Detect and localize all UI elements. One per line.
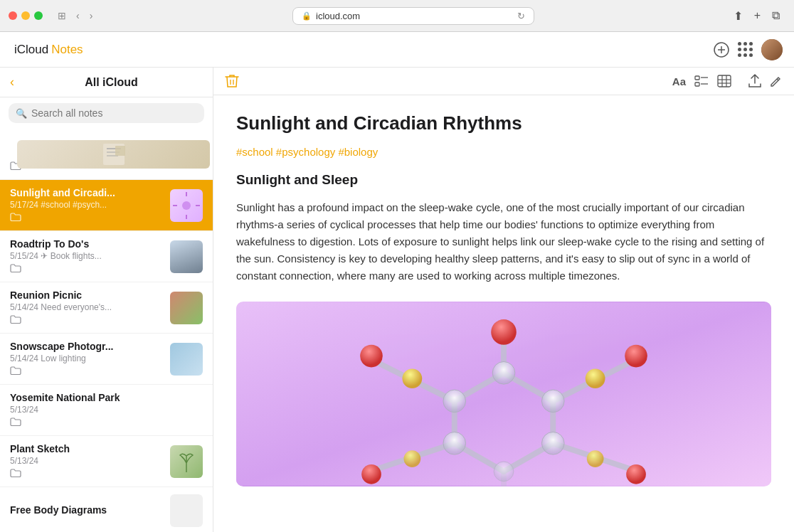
lock-icon: 🔒 — [302, 11, 312, 21]
folder-icon — [10, 212, 163, 223]
close-button[interactable] — [9, 11, 17, 20]
note-thumbnail — [17, 140, 210, 169]
text-format-icon: Aa — [672, 75, 686, 87]
address-bar[interactable]: 🔒 icloud.com ↻ — [292, 7, 534, 25]
delete-note-button[interactable] — [225, 73, 239, 89]
note-item[interactable]: The Evolution of Mas... 5/17/24 — [0, 129, 213, 180]
table-icon — [717, 75, 731, 87]
note-tags: #school #psychology #biology — [236, 146, 771, 158]
note-text-content: Plant Sketch 5/13/24 — [10, 443, 163, 479]
minimize-button[interactable] — [21, 11, 30, 20]
note-title: Reunion Picnic — [10, 289, 163, 301]
svg-point-45 — [541, 432, 564, 454]
note-meta: 5/13/24 — [10, 405, 203, 415]
svg-rect-15 — [695, 76, 699, 80]
svg-point-44 — [494, 462, 514, 482]
browser-navigation: ⊞ ‹ › — [54, 9, 96, 23]
note-item[interactable]: Sunlight and Circadi... 5/17/24 #school … — [0, 180, 213, 231]
table-button[interactable] — [717, 74, 731, 88]
note-meta: 5/14/24 Low lighting — [10, 353, 163, 363]
note-title: Snowscape Photogr... — [10, 341, 163, 352]
forward-button[interactable]: › — [86, 9, 97, 23]
plus-circle-icon — [714, 42, 729, 58]
note-item[interactable]: Yosemite National Park 5/13/24 — [0, 385, 213, 436]
checklist-button[interactable] — [694, 74, 709, 88]
grid-icon — [738, 42, 753, 57]
folder-icon — [10, 366, 163, 377]
note-title: Free Body Diagrams — [10, 504, 163, 516]
tabs-overview-button[interactable]: ⧉ — [769, 8, 783, 24]
svg-point-8 — [182, 201, 191, 210]
search-icon: 🔍 — [16, 108, 27, 119]
share-browser-button[interactable]: ⬆ — [731, 8, 746, 24]
note-item[interactable]: Free Body Diagrams — [0, 487, 213, 532]
browser-chrome: ⊞ ‹ › 🔒 icloud.com ↻ ⬆ + ⧉ — [0, 0, 794, 32]
browser-titlebar: ⊞ ‹ › 🔒 icloud.com ↻ ⬆ + ⧉ — [0, 0, 794, 31]
svg-point-48 — [360, 345, 383, 368]
note-title: Sunlight and Circadi... — [10, 187, 163, 198]
note-title: Roadtrip To Do's — [10, 238, 163, 250]
sidebar-toggle-button[interactable]: ⊞ — [54, 9, 70, 23]
note-thumbnail — [170, 445, 203, 478]
note-meta: 5/14/24 Need everyone's... — [10, 302, 163, 312]
main-content: ‹ All iCloud 🔍 The Evolution of Mas... 5… — [0, 68, 794, 532]
sidebar-title: All iCloud — [20, 76, 203, 89]
back-button[interactable]: ‹ — [73, 9, 83, 23]
add-note-button[interactable] — [714, 42, 729, 58]
share-note-button[interactable] — [748, 74, 761, 88]
toolbar-right: Aa — [672, 74, 783, 88]
maximize-button[interactable] — [34, 11, 43, 20]
url-text: icloud.com — [316, 11, 360, 21]
svg-point-46 — [541, 390, 564, 413]
svg-point-41 — [492, 361, 515, 384]
icloud-logo: iCloud Notes — [11, 43, 83, 57]
refresh-icon[interactable]: ↻ — [517, 11, 525, 21]
edit-note-button[interactable] — [770, 74, 783, 88]
svg-point-55 — [403, 450, 420, 467]
grid-apps-button[interactable] — [738, 42, 753, 57]
search-input[interactable] — [31, 107, 197, 119]
note-text-content: Roadtrip To Do's 5/15/24 ✈ Book flights.… — [10, 238, 163, 275]
note-thumbnail — [170, 292, 203, 324]
notes-list: The Evolution of Mas... 5/17/24 Sunlight… — [0, 129, 213, 532]
svg-rect-7 — [115, 146, 125, 156]
folder-icon — [10, 263, 163, 275]
note-thumbnail — [170, 240, 203, 273]
note-full-title: Sunlight and Circadian Rhythms — [236, 112, 771, 134]
note-item[interactable]: Roadtrip To Do's 5/15/24 ✈ Book flights.… — [0, 231, 213, 282]
note-text-content: Free Body Diagrams — [10, 504, 163, 517]
svg-point-47 — [491, 319, 517, 345]
svg-rect-19 — [718, 75, 731, 87]
note-editor: Aa — [213, 68, 794, 532]
editor-toolbar: Aa — [213, 68, 794, 95]
note-item[interactable]: Plant Sketch 5/13/24 — [0, 436, 213, 487]
svg-point-43 — [443, 432, 466, 454]
header-actions — [714, 39, 783, 60]
new-tab-button[interactable]: + — [751, 8, 763, 24]
note-item[interactable]: Snowscape Photogr... 5/14/24 Low lightin… — [0, 334, 213, 385]
address-bar-container: 🔒 icloud.com ↻ — [102, 7, 724, 25]
note-title: Plant Sketch — [10, 443, 163, 454]
note-image — [236, 302, 771, 486]
note-item[interactable]: Reunion Picnic 5/14/24 Need everyone's..… — [0, 282, 213, 334]
svg-point-52 — [403, 368, 423, 388]
back-to-folders-button[interactable]: ‹ — [10, 75, 14, 90]
note-thumbnail — [170, 494, 203, 527]
note-meta: 5/15/24 ✈ Book flights... — [10, 251, 163, 261]
note-meta: 5/17/24 #school #psych... — [10, 200, 163, 210]
svg-point-42 — [443, 390, 466, 413]
avatar-image — [761, 39, 783, 60]
avatar[interactable] — [761, 39, 783, 60]
svg-rect-17 — [695, 83, 699, 86]
molecule-illustration — [236, 302, 771, 486]
svg-point-54 — [587, 450, 604, 467]
format-text-button[interactable]: Aa — [672, 74, 686, 88]
search-bar[interactable]: 🔍 — [9, 103, 204, 123]
app-container: iCloud Notes — [0, 32, 794, 532]
browser-action-buttons: ⬆ + ⧉ — [731, 8, 783, 24]
editor-content[interactable]: Sunlight and Circadian Rhythms #school #… — [213, 95, 794, 532]
note-section-title: Sunlight and Sleep — [236, 172, 771, 188]
note-text-content: Reunion Picnic 5/14/24 Need everyone's..… — [10, 289, 163, 326]
sidebar: ‹ All iCloud 🔍 The Evolution of Mas... 5… — [0, 68, 213, 532]
svg-point-51 — [626, 464, 646, 484]
